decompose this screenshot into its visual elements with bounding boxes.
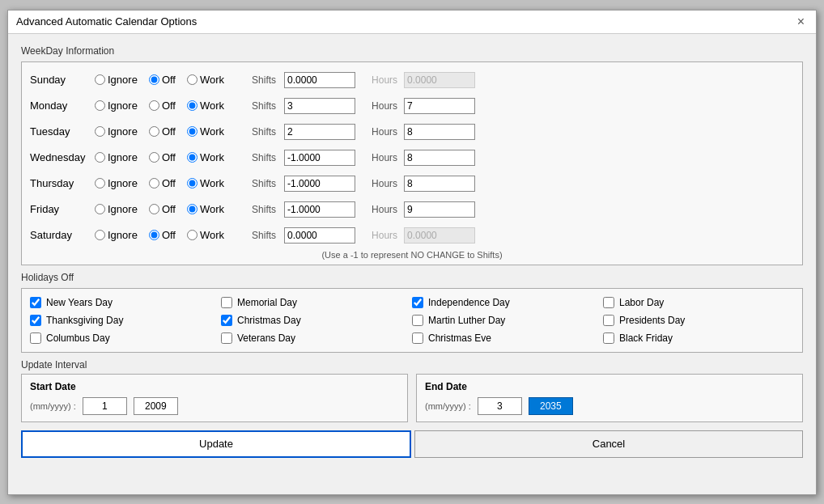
shifts-label: Shifts: [252, 204, 281, 215]
start-date-month-input[interactable]: [83, 397, 127, 415]
radio-work[interactable]: Work: [187, 125, 224, 138]
end-date-format: (mm/yyyy) :: [425, 401, 471, 411]
weekday-row: WednesdayIgnoreOffWorkShiftsHours: [30, 146, 794, 169]
radio-off[interactable]: Off: [149, 151, 176, 163]
holiday-checkbox-memorial[interactable]: [221, 297, 232, 308]
close-button[interactable]: ×: [794, 15, 808, 28]
holiday-checkbox-presidents[interactable]: [603, 315, 614, 326]
end-date-title: End Date: [425, 381, 794, 392]
weekday-row: MondayIgnoreOffWorkShiftsHours: [30, 95, 794, 117]
holiday-checkbox-veterans[interactable]: [221, 332, 232, 344]
hours-input[interactable]: [404, 150, 475, 166]
holiday-label: New Years Day: [46, 297, 113, 308]
shifts-input[interactable]: [284, 72, 355, 88]
hours-label: Hours: [372, 230, 401, 241]
radio-ignore[interactable]: Ignore: [95, 177, 138, 189]
holiday-item: Thanksgiving Day: [30, 313, 221, 328]
shifts-label: Shifts: [252, 74, 281, 86]
hours-input[interactable]: [404, 176, 475, 192]
start-date-format: (mm/yyyy) :: [30, 401, 76, 411]
shifts-group: Shifts: [252, 227, 355, 244]
shifts-input[interactable]: [284, 176, 355, 192]
holiday-checkbox-labor[interactable]: [603, 297, 614, 308]
day-name: Tuesday: [30, 125, 95, 138]
start-date-year-input[interactable]: [134, 397, 178, 415]
holiday-checkbox-new_years[interactable]: [30, 297, 41, 308]
radio-group: IgnoreOffWork: [95, 177, 236, 189]
update-interval-label: Update Interval: [21, 359, 803, 371]
shifts-label: Shifts: [252, 100, 281, 112]
hours-input[interactable]: [404, 124, 475, 140]
hours-label: Hours: [372, 204, 401, 215]
weekday-row: FridayIgnoreOffWorkShiftsHours: [30, 198, 794, 221]
day-name: Thursday: [30, 177, 95, 189]
radio-ignore[interactable]: Ignore: [95, 203, 138, 215]
shifts-label: Shifts: [252, 178, 281, 189]
radio-group: IgnoreOffWork: [95, 100, 236, 112]
holiday-item: Martin Luther Day: [412, 313, 603, 328]
radio-off[interactable]: Off: [149, 229, 176, 241]
dialog-window: Advanced Automatic Calendar Options × We…: [7, 10, 817, 495]
holiday-checkbox-independence[interactable]: [412, 297, 423, 308]
holiday-item: Labor Day: [603, 295, 794, 310]
holiday-label: Christmas Day: [237, 315, 301, 326]
radio-work[interactable]: Work: [187, 74, 224, 86]
shifts-label: Shifts: [252, 230, 281, 241]
holiday-label: Veterans Day: [237, 332, 295, 344]
holiday-label: Presidents Day: [619, 315, 685, 326]
radio-work[interactable]: Work: [187, 151, 224, 163]
holiday-checkbox-thanksgiving[interactable]: [30, 315, 41, 326]
radio-ignore[interactable]: Ignore: [95, 229, 138, 241]
weekday-rows: SundayIgnoreOffWorkShiftsHoursMondayIgno…: [30, 69, 794, 247]
holiday-item: Christmas Eve: [412, 331, 603, 345]
shifts-input[interactable]: [284, 98, 355, 114]
holiday-item: New Years Day: [30, 295, 221, 310]
hours-label: Hours: [372, 126, 401, 138]
weekday-row: ThursdayIgnoreOffWorkShiftsHours: [30, 172, 794, 195]
weekday-row: SundayIgnoreOffWorkShiftsHours: [30, 69, 794, 91]
holiday-label: Thanksgiving Day: [46, 315, 123, 326]
hours-label: Hours: [372, 74, 401, 86]
hours-input[interactable]: [404, 98, 475, 114]
holiday-checkbox-black_friday[interactable]: [603, 332, 614, 344]
radio-ignore[interactable]: Ignore: [95, 74, 138, 86]
holiday-checkbox-martin_luther[interactable]: [412, 315, 423, 326]
shifts-input[interactable]: [284, 124, 355, 140]
shifts-input[interactable]: [284, 227, 355, 244]
end-date-box: End Date (mm/yyyy) :: [416, 374, 803, 422]
holiday-item: Memorial Day: [221, 295, 412, 310]
radio-ignore[interactable]: Ignore: [95, 100, 138, 112]
shifts-group: Shifts: [252, 124, 355, 140]
radio-off[interactable]: Off: [149, 74, 176, 86]
cancel-button[interactable]: Cancel: [414, 430, 803, 458]
radio-work[interactable]: Work: [187, 177, 224, 189]
radio-work[interactable]: Work: [187, 229, 224, 241]
holiday-item: Christmas Day: [221, 313, 412, 328]
radio-off[interactable]: Off: [149, 203, 176, 215]
radio-work[interactable]: Work: [187, 203, 224, 215]
holidays-grid: New Years DayMemorial DayIndependence Da…: [30, 295, 794, 345]
start-date-row: (mm/yyyy) :: [30, 397, 399, 415]
hours-group: Hours: [372, 124, 475, 140]
holiday-checkbox-christmas_eve[interactable]: [412, 332, 423, 344]
radio-group: IgnoreOffWork: [95, 203, 236, 215]
radio-off[interactable]: Off: [149, 125, 176, 138]
day-name: Saturday: [30, 229, 95, 241]
radio-off[interactable]: Off: [149, 177, 176, 189]
end-date-year-input[interactable]: [529, 397, 573, 415]
radio-ignore[interactable]: Ignore: [95, 125, 138, 138]
radio-work[interactable]: Work: [187, 100, 224, 112]
radio-ignore[interactable]: Ignore: [95, 151, 138, 163]
hours-group: Hours: [372, 98, 475, 114]
holiday-checkbox-christmas[interactable]: [221, 315, 232, 326]
holiday-label: Independence Day: [428, 297, 510, 308]
shifts-input[interactable]: [284, 150, 355, 166]
end-date-month-input[interactable]: [478, 397, 522, 415]
update-button[interactable]: Update: [21, 430, 411, 458]
dialog-title: Advanced Automatic Calendar Options: [16, 15, 197, 28]
radio-off[interactable]: Off: [149, 100, 176, 112]
shifts-input[interactable]: [284, 201, 355, 218]
hours-input[interactable]: [404, 201, 475, 218]
weekday-section: SundayIgnoreOffWorkShiftsHoursMondayIgno…: [21, 61, 803, 265]
holiday-checkbox-columbus[interactable]: [30, 332, 41, 344]
